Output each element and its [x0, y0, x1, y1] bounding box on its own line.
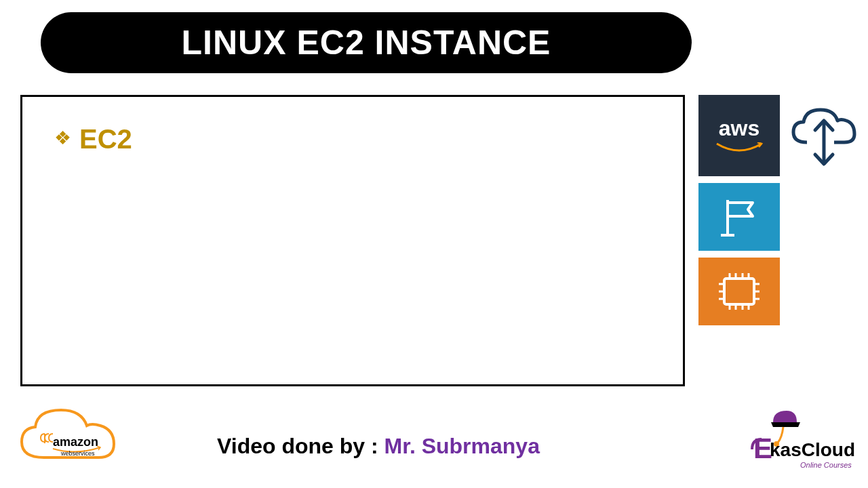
flag-icon — [715, 193, 763, 241]
ekascloud-logo: E kasCloud Online Courses — [749, 405, 861, 483]
slide-title-banner: LINUX EC2 INSTANCE — [41, 12, 692, 73]
amazon-subtext: webservices — [60, 450, 95, 457]
diamond-bullet-icon — [56, 132, 71, 147]
aws-logo-text: aws — [719, 116, 760, 141]
slide-title: LINUX EC2 INSTANCE — [182, 23, 551, 62]
ekas-text: kasCloud — [770, 439, 855, 460]
footer-credit: Video done by : Mr. Subrmanya — [217, 434, 540, 459]
aws-smile-icon — [715, 142, 763, 156]
credit-label: Video done by : — [217, 434, 384, 458]
cloud-upload-icon — [787, 102, 861, 169]
amazon-text: amazon — [53, 435, 98, 449]
amazon-webservices-logo: amazon webservices — [14, 400, 142, 481]
bullet-item-1: EC2 — [56, 124, 649, 155]
flag-badge — [698, 183, 780, 251]
credit-name: Mr. Subrmanya — [384, 434, 540, 458]
chip-icon — [712, 268, 766, 315]
svg-rect-2 — [724, 279, 754, 304]
bullet-text-1: EC2 — [79, 124, 132, 155]
ekas-subtext: Online Courses — [800, 461, 852, 469]
chip-badge — [698, 258, 780, 325]
content-area: EC2 — [20, 95, 685, 386]
aws-logo-badge: aws — [698, 95, 780, 176]
